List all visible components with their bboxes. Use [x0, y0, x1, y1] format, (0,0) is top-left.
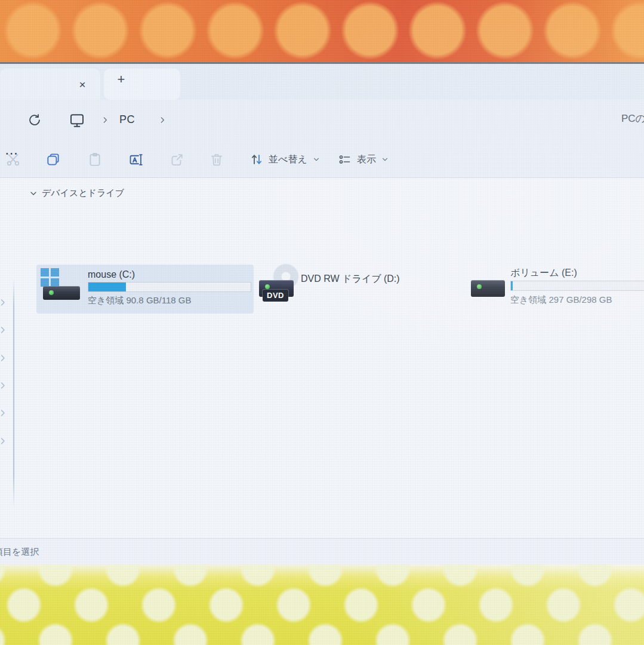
- rename-button[interactable]: [124, 148, 147, 171]
- rename-icon: [128, 152, 144, 168]
- trash-icon: [209, 152, 224, 167]
- hard-drive-icon: [43, 286, 80, 300]
- tree-expand-chevron-icon[interactable]: [0, 408, 7, 417]
- capacity-bar-fill: [88, 282, 126, 291]
- command-bar: 並べ替え 表示 ⋯: [0, 140, 644, 178]
- windows-logo-icon: [41, 268, 59, 287]
- cut-button[interactable]: [2, 148, 24, 171]
- address-bar: PC PCの: [0, 100, 644, 140]
- view-label: 表示: [357, 153, 376, 166]
- refresh-icon[interactable]: [25, 110, 44, 130]
- free-space-label: 空き領域 90.8 GB/118 GB: [88, 295, 191, 306]
- sort-label: 並べ替え: [269, 153, 307, 166]
- tree-expand-chevron-icon[interactable]: [0, 325, 7, 334]
- section-collapse-icon[interactable]: [29, 189, 38, 198]
- drive-name: ボリューム (E:): [510, 267, 577, 280]
- breadcrumb-pc[interactable]: PC: [119, 110, 135, 128]
- share-icon: [169, 152, 184, 167]
- selection-status-text: 項目を選択: [0, 546, 39, 558]
- capacity-bar: [88, 282, 251, 292]
- section-title: デバイスとドライブ: [42, 188, 124, 199]
- capacity-bar: [510, 281, 644, 291]
- free-space-label: 空き領域 297 GB/298 GB: [510, 294, 612, 306]
- status-bar: 項目を選択: [0, 538, 644, 564]
- view-button[interactable]: 表示: [338, 148, 389, 171]
- file-explorer-window: × + PC PCの: [0, 64, 644, 564]
- copy-icon: [45, 152, 61, 167]
- screen-photo: × + PC PCの: [0, 0, 644, 645]
- capacity-bar-fill: [511, 281, 513, 290]
- desktop-wallpaper-top: [0, 0, 644, 62]
- paste-button[interactable]: [84, 148, 106, 171]
- copy-button[interactable]: [42, 148, 64, 171]
- drive-tile-e[interactable]: ボリューム (E:) 空き領域 297 GB/298 GB: [469, 265, 644, 314]
- desktop-wallpaper-bottom: [0, 564, 644, 645]
- tree-expand-chevron-icon[interactable]: [0, 437, 7, 446]
- explorer-tab[interactable]: ×: [0, 69, 100, 100]
- drive-name: mouse (C:): [88, 269, 135, 280]
- delete-button[interactable]: [205, 148, 228, 171]
- this-pc-icon[interactable]: [67, 110, 87, 130]
- dvd-badge: DVD: [263, 290, 288, 302]
- chevron-down-icon: [381, 155, 389, 164]
- drive-tile-d[interactable]: DVD DVD RW ドライブ (D:): [257, 265, 466, 314]
- led-indicator: [477, 284, 482, 289]
- navigation-pane-separator: [13, 279, 14, 507]
- share-button[interactable]: [165, 148, 188, 171]
- tree-expand-chevron-icon[interactable]: [0, 298, 7, 307]
- tab-bar: × +: [0, 64, 644, 100]
- view-list-icon: [338, 152, 352, 167]
- sort-button[interactable]: 並べ替え: [249, 148, 321, 171]
- led-indicator: [49, 290, 54, 295]
- content-area: デバイスとドライブ mouse (C:) 空き領域 90.8 GB/118 GB…: [0, 178, 644, 538]
- drive-tile-c[interactable]: mouse (C:) 空き領域 90.8 GB/118 GB: [36, 265, 254, 314]
- drive-name: DVD RW ドライブ (D:): [301, 273, 400, 285]
- scissors-icon: [5, 152, 21, 167]
- sort-arrows-icon: [249, 152, 264, 167]
- clipboard-icon: [87, 152, 103, 167]
- chevron-down-icon: [312, 155, 321, 164]
- new-tab-button[interactable]: +: [112, 70, 130, 88]
- breadcrumb-chevron-icon[interactable]: [99, 113, 111, 127]
- tree-expand-chevron-icon[interactable]: [0, 381, 7, 390]
- search-box-text[interactable]: PCの: [621, 112, 644, 125]
- hard-drive-icon: [471, 280, 505, 297]
- led-indicator: [265, 284, 270, 289]
- tree-expand-chevron-icon[interactable]: [0, 354, 7, 363]
- close-tab-icon[interactable]: ×: [74, 76, 91, 93]
- breadcrumb-chevron-icon[interactable]: [156, 113, 168, 127]
